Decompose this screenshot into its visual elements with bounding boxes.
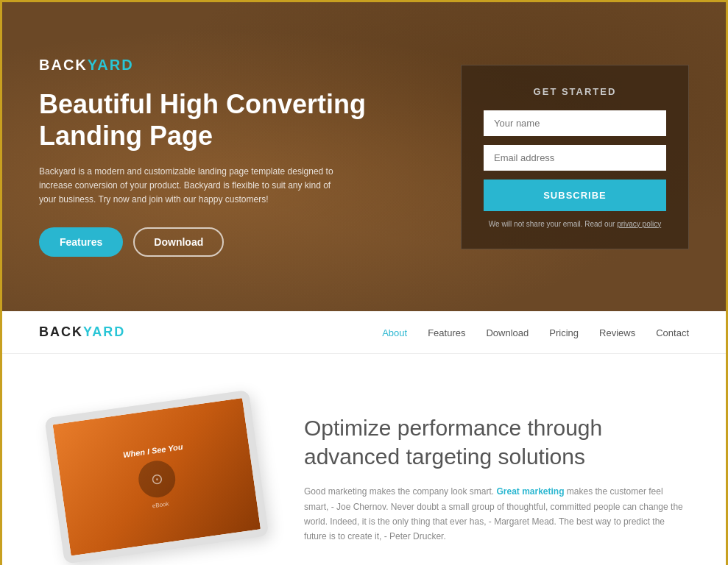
tablet-illustration: When I See You ⊙ eBook [39, 405, 260, 552]
nav-link-pricing[interactable]: Pricing [549, 327, 579, 338]
nav-item-reviews[interactable]: Reviews [599, 326, 635, 339]
nav-item-features[interactable]: Features [428, 326, 465, 339]
content-body: Good marketing makes the company look sm… [304, 484, 689, 544]
nav-link-contact[interactable]: Contact [656, 327, 689, 338]
content-section: When I See You ⊙ eBook Optimize performa… [2, 354, 726, 565]
tablet-book-title: When I See You [115, 441, 191, 461]
get-started-form: GET STARTED SUBSCRIBE We will not share … [461, 65, 689, 249]
hero-buttons: Features Download [39, 227, 378, 257]
content-highlight: Great marketing [496, 486, 564, 497]
navbar: BACKYARD About Features Download Pricing… [2, 311, 726, 354]
content-text: Optimize performance through advanced ta… [304, 413, 689, 544]
logo-back: BACK [39, 57, 88, 73]
email-input[interactable] [484, 145, 666, 171]
hero-headline: Beautiful High Converting Landing Page [39, 88, 378, 152]
name-input[interactable] [484, 110, 666, 136]
privacy-policy-link[interactable]: privacy policy [617, 220, 661, 228]
nav-item-contact[interactable]: Contact [656, 326, 689, 339]
content-headline: Optimize performance through advanced ta… [304, 413, 689, 471]
navbar-logo-back: BACK [39, 324, 83, 339]
download-button[interactable]: Download [133, 227, 224, 257]
logo-yard: YARD [88, 57, 134, 73]
form-title: GET STARTED [484, 86, 666, 97]
tablet-circle-icon: ⊙ [136, 458, 177, 500]
form-privacy-text: We will not share your email. Read our p… [484, 220, 666, 228]
tablet-frame: When I See You ⊙ eBook [44, 390, 269, 564]
features-button[interactable]: Features [39, 227, 123, 257]
nav-item-download[interactable]: Download [486, 326, 529, 339]
nav-link-features[interactable]: Features [428, 327, 465, 338]
hero-logo: BACKYARD [39, 57, 378, 74]
tablet-bottom-text: eBook [152, 500, 169, 509]
navbar-logo-yard: YARD [83, 324, 125, 339]
navbar-nav: About Features Download Pricing Reviews … [382, 326, 689, 339]
hero-left-panel: BACKYARD Beautiful High Converting Landi… [39, 57, 378, 257]
subscribe-button[interactable]: SUBSCRIBE [484, 180, 666, 211]
nav-link-download[interactable]: Download [486, 327, 529, 338]
hero-section: BACKYARD Beautiful High Converting Landi… [2, 2, 726, 311]
navbar-logo: BACKYARD [39, 324, 125, 340]
nav-link-reviews[interactable]: Reviews [599, 327, 635, 338]
content-body-start: Good marketing makes the company look sm… [304, 486, 496, 497]
nav-item-pricing[interactable]: Pricing [549, 326, 579, 339]
nav-item-about[interactable]: About [382, 326, 407, 339]
hero-content: BACKYARD Beautiful High Converting Landi… [2, 27, 726, 287]
nav-link-about[interactable]: About [382, 327, 407, 338]
hero-subtext: Backyard is a modern and customizable la… [39, 165, 333, 207]
tablet-screen: When I See You ⊙ eBook [53, 398, 261, 555]
